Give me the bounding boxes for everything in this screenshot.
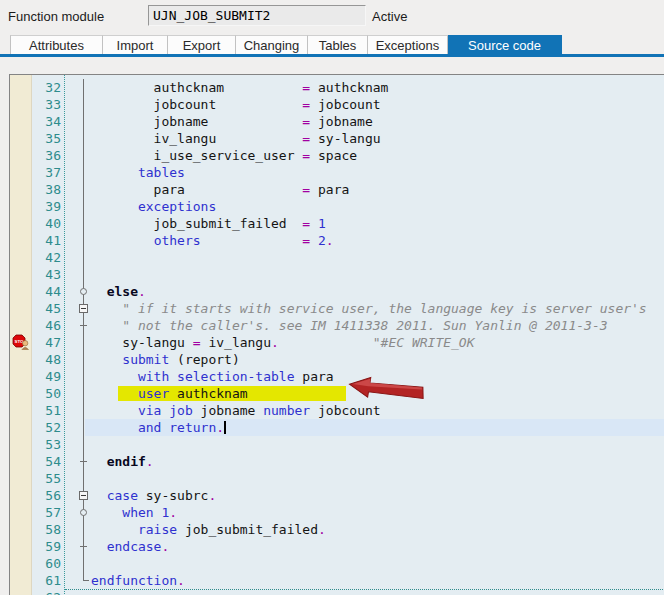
code-line-41[interactable]: 41 others = 2. — [10, 232, 664, 249]
tab-exceptions[interactable]: Exceptions — [368, 35, 448, 54]
code-line-37[interactable]: 37 tables — [10, 164, 664, 181]
line-number: 35 — [31, 130, 61, 147]
code-line-52[interactable]: 52 and return. — [10, 419, 664, 436]
line-number: 57 — [31, 504, 61, 521]
code-line-50[interactable]: 50 user authcknam — [10, 385, 664, 402]
code-text: others = 2. — [91, 232, 334, 249]
code-rows: 32 authcknam = authcknam33 jobcount = jo… — [10, 79, 664, 595]
line-number: 58 — [31, 521, 61, 538]
fold-marker-tick[interactable] — [80, 461, 87, 462]
tab-bar: AttributesImportExportChangingTablesExce… — [10, 35, 562, 54]
code-text: raise job_submit_failed. — [91, 521, 326, 538]
tab-attributes[interactable]: Attributes — [10, 35, 103, 54]
tab-changing[interactable]: Changing — [236, 35, 308, 54]
line-number: 62 — [31, 589, 61, 595]
code-line-48[interactable]: 48 submit (report) — [10, 351, 664, 368]
line-number: 50 — [31, 385, 61, 402]
code-line-32[interactable]: 32 authcknam = authcknam — [10, 79, 664, 96]
code-line-40[interactable]: 40 job_submit_failed = 1 — [10, 215, 664, 232]
code-line-46[interactable]: 46 " not the caller's. see IM 1411338 20… — [10, 317, 664, 334]
code-text: i_use_service_user = space — [91, 147, 357, 164]
fold-marker-tick[interactable] — [80, 546, 87, 547]
line-number: 32 — [31, 79, 61, 96]
code-text: sy-langu = iv_langu. "#EC WRITE_OK — [91, 334, 475, 351]
active-status-label: Active — [372, 9, 407, 24]
code-line-44[interactable]: 44 else. — [10, 283, 664, 300]
tab-import[interactable]: Import — [103, 35, 168, 54]
code-line-54[interactable]: 54 endif. — [10, 453, 664, 470]
code-text: " not the caller's. see IM 1411338 2011.… — [91, 317, 608, 334]
code-line-55[interactable]: 55 — [10, 470, 664, 487]
code-line-57[interactable]: 57 when 1. — [10, 504, 664, 521]
code-line-49[interactable]: 49 with selection-table para — [10, 368, 664, 385]
line-number: 45 — [31, 300, 61, 317]
code-line-38[interactable]: 38 para = para — [10, 181, 664, 198]
line-number: 48 — [31, 351, 61, 368]
code-line-53[interactable]: 53 — [10, 436, 664, 453]
tab-export[interactable]: Export — [168, 35, 236, 54]
code-text: case sy-subrc. — [91, 487, 216, 504]
code-text: tables — [91, 164, 185, 181]
line-number: 36 — [31, 147, 61, 164]
code-line-34[interactable]: 34 jobname = jobname — [10, 113, 664, 130]
code-line-45[interactable]: 45 " if it starts with service user, the… — [10, 300, 664, 317]
fold-marker-tick[interactable] — [80, 325, 87, 326]
line-number: 38 — [31, 181, 61, 198]
code-line-58[interactable]: 58 raise job_submit_failed. — [10, 521, 664, 538]
code-line-33[interactable]: 33 jobcount = jobcount — [10, 96, 664, 113]
function-module-label: Function module — [8, 9, 104, 24]
line-number: 44 — [31, 283, 61, 300]
code-line-36[interactable]: 36 i_use_service_user = space — [10, 147, 664, 164]
function-module-field[interactable]: UJN_JOB_SUBMIT2 — [148, 5, 366, 26]
red-arrow-icon — [346, 376, 426, 404]
breakpoint-stop-icon[interactable]: STO — [12, 334, 30, 350]
code-line-62[interactable]: 62 — [10, 589, 664, 595]
code-text: endif. — [91, 453, 154, 470]
code-line-47[interactable]: 47 sy-langu = iv_langu. "#EC WRITE_OK — [10, 334, 664, 351]
line-number: 55 — [31, 470, 61, 487]
line-number: 37 — [31, 164, 61, 181]
code-line-56[interactable]: 56 case sy-subrc. — [10, 487, 664, 504]
line-number: 42 — [31, 249, 61, 266]
sap-function-builder-window: Function module UJN_JOB_SUBMIT2 Active A… — [0, 0, 664, 595]
line-number: 52 — [31, 419, 61, 436]
code-line-39[interactable]: 39 exceptions — [10, 198, 664, 215]
tab-source-code[interactable]: Source code — [448, 35, 562, 54]
code-line-59[interactable]: 59 endcase. — [10, 538, 664, 555]
code-text: with selection-table para — [91, 368, 334, 385]
code-text: else. — [91, 283, 146, 300]
fold-marker-corner[interactable] — [83, 580, 89, 581]
code-line-43[interactable]: 43 — [10, 266, 664, 283]
fold-marker-box[interactable] — [79, 304, 88, 313]
line-number: 39 — [31, 198, 61, 215]
tab-tables[interactable]: Tables — [308, 35, 368, 54]
line-number: 47 — [31, 334, 61, 351]
code-line-35[interactable]: 35 iv_langu = sy-langu — [10, 130, 664, 147]
line-number: 61 — [31, 572, 61, 589]
tab-accent-bar — [0, 54, 664, 57]
code-text: user authcknam — [91, 385, 248, 402]
fold-marker-box[interactable] — [79, 491, 88, 500]
code-text: para = para — [91, 181, 349, 198]
fold-marker-circle[interactable] — [80, 509, 87, 516]
code-text: jobname = jobname — [91, 113, 373, 130]
code-line-60[interactable]: 60 — [10, 555, 664, 572]
source-code-editor[interactable]: 32 authcknam = authcknam33 jobcount = jo… — [9, 74, 664, 595]
code-text: when 1. — [91, 504, 177, 521]
code-text: authcknam = authcknam — [91, 79, 388, 96]
line-number: 54 — [31, 453, 61, 470]
line-number: 49 — [31, 368, 61, 385]
line-number: 40 — [31, 215, 61, 232]
fold-marker-circle[interactable] — [80, 288, 87, 295]
line-number: 33 — [31, 96, 61, 113]
code-text: endfunction. — [91, 572, 185, 589]
text-cursor — [224, 421, 226, 434]
line-number: 59 — [31, 538, 61, 555]
code-line-42[interactable]: 42 — [10, 249, 664, 266]
line-number: 41 — [31, 232, 61, 249]
code-text: endcase. — [91, 538, 169, 555]
function-module-value: UJN_JOB_SUBMIT2 — [153, 8, 270, 23]
line-number: 51 — [31, 402, 61, 419]
code-line-61[interactable]: 61endfunction. — [10, 572, 664, 589]
code-line-51[interactable]: 51 via job jobname number jobcount — [10, 402, 664, 419]
